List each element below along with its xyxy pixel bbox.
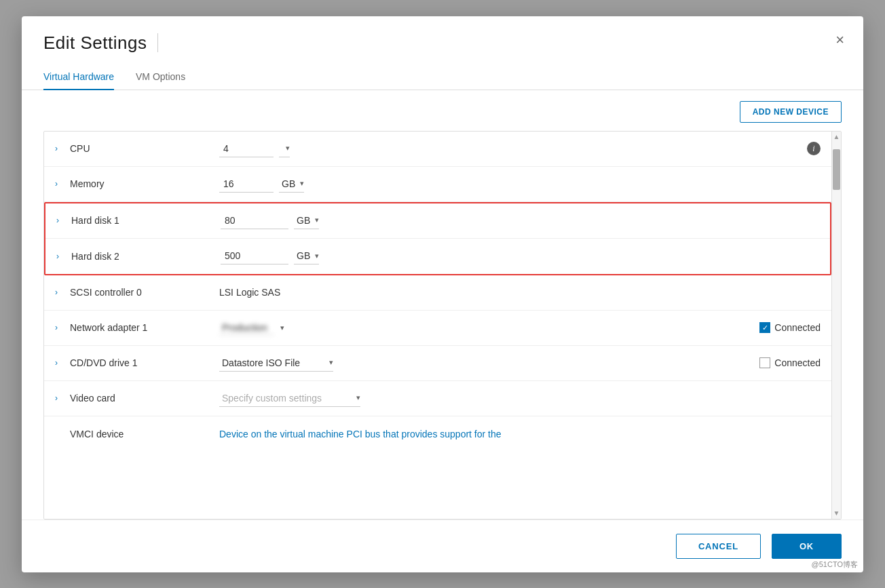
tabs-bar: Virtual Hardware VM Options	[22, 64, 863, 90]
table-row: › Network adapter 1 Production ▾ Connect…	[44, 311, 831, 346]
scsi-expand-icon[interactable]: ›	[55, 288, 63, 297]
chevron-down-icon: ▾	[286, 144, 290, 153]
videocard-select[interactable]: Specify custom settings Default settings	[219, 391, 355, 405]
cpu-label: CPU	[70, 143, 219, 154]
scroll-down-arrow[interactable]: ▼	[832, 508, 841, 519]
vmci-label: VMCI device	[70, 429, 219, 439]
cddvd-value: Datastore ISO File Client Device Host De…	[219, 355, 759, 372]
vmci-description[interactable]: Device on the virtual machine PCI bus th…	[219, 429, 502, 439]
memory-unit-select[interactable]: GB MB	[279, 177, 299, 191]
info-icon[interactable]: i	[807, 142, 821, 155]
add-new-device-button[interactable]: ADD NEW DEVICE	[740, 101, 842, 123]
cddvd-select[interactable]: Datastore ISO File Client Device Host De…	[219, 356, 328, 370]
network-connected-checkbox[interactable]	[759, 322, 770, 333]
videocard-value: Specify custom settings Default settings…	[219, 390, 821, 407]
videocard-select-wrapper: Specify custom settings Default settings…	[219, 390, 360, 407]
dialog-title: Edit Settings	[43, 33, 147, 54]
chevron-down-icon: ▾	[315, 216, 319, 224]
tab-vm-options[interactable]: VM Options	[136, 64, 185, 90]
chevron-down-icon: ▾	[300, 179, 304, 188]
network-expand-icon[interactable]: ›	[55, 323, 63, 332]
hard-disk-1-label: Hard disk 1	[71, 215, 221, 226]
scroll-thumb[interactable]	[833, 149, 840, 190]
scrollbar[interactable]: ▲ ▼	[831, 132, 841, 519]
table-row: › VMCI device Device on the virtual mach…	[44, 416, 831, 452]
scroll-track[interactable]	[832, 142, 841, 508]
hard-disk-1-unit-wrapper: GB TB ▾	[294, 212, 319, 229]
table-row: › Hard disk 2 GB TB ▾	[45, 239, 830, 274]
chevron-down-icon: ▾	[280, 324, 284, 332]
cddvd-connected-checkbox[interactable]	[759, 357, 770, 368]
cddvd-connected-label: Connected	[774, 357, 821, 368]
dialog-header: Edit Settings ×	[22, 16, 863, 54]
network-connected-area: Connected	[759, 322, 821, 333]
memory-expand-icon[interactable]: ›	[55, 179, 63, 189]
ok-button[interactable]: OK	[772, 534, 842, 559]
memory-label: Memory	[70, 178, 219, 189]
chevron-down-icon: ▾	[356, 393, 360, 402]
hard-disk-2-unit-select[interactable]: GB TB	[294, 249, 314, 262]
cancel-button[interactable]: CANCEL	[676, 534, 761, 559]
table-row: › Memory GB MB ▾	[44, 167, 831, 202]
hard-disk-2-value: GB TB ▾	[221, 248, 819, 264]
memory-value: GB MB ▾	[219, 176, 821, 193]
network-connected-label: Connected	[774, 322, 821, 333]
memory-unit-select-wrapper: GB MB ▾	[279, 176, 304, 193]
cddvd-expand-icon[interactable]: ›	[55, 358, 63, 368]
memory-input[interactable]	[219, 176, 274, 193]
vmci-value: Device on the virtual machine PCI bus th…	[219, 429, 821, 439]
content-area: › CPU ▾ i	[43, 131, 842, 520]
hard-disk-1-value: GB TB ▾	[221, 212, 819, 229]
dialog-body: ADD NEW DEVICE › CPU	[22, 90, 863, 520]
cddvd-select-wrapper: Datastore ISO File Client Device Host De…	[219, 355, 333, 372]
chevron-down-icon: ▾	[315, 252, 319, 260]
table-row: › CPU ▾ i	[44, 132, 831, 167]
table-row: › Hard disk 1 GB TB ▾	[45, 203, 830, 239]
network-current-value: Production	[219, 321, 274, 335]
hard-disk-2-expand-icon[interactable]: ›	[56, 252, 64, 261]
chevron-down-icon: ▾	[329, 358, 333, 367]
hard-disk-1-input[interactable]	[221, 212, 288, 229]
red-border-group: › Hard disk 1 GB TB ▾	[44, 202, 831, 275]
cpu-input[interactable]	[219, 140, 274, 157]
cpu-expand-icon[interactable]: ›	[55, 144, 63, 153]
toolbar: ADD NEW DEVICE	[43, 90, 842, 131]
table-row: › Video card Specify custom settings Def…	[44, 381, 831, 416]
hard-disk-1-expand-icon[interactable]: ›	[56, 216, 64, 225]
tab-virtual-hardware[interactable]: Virtual Hardware	[43, 64, 114, 90]
scsi-value: LSI Logic SAS	[219, 287, 821, 298]
hard-disk-1-unit-select[interactable]: GB TB	[294, 214, 314, 227]
watermark: @51CTO博客	[812, 560, 858, 570]
scsi-label: SCSI controller 0	[70, 287, 219, 298]
cpu-unit-select-wrapper: ▾	[279, 140, 290, 157]
scroll-up-arrow[interactable]: ▲	[832, 132, 841, 142]
scsi-static-value: LSI Logic SAS	[219, 287, 280, 298]
hardware-list: › CPU ▾ i	[44, 132, 831, 519]
network-label: Network adapter 1	[70, 322, 219, 333]
hard-disk-2-label: Hard disk 2	[71, 251, 221, 262]
cddvd-connected-area: Connected	[759, 357, 821, 368]
videocard-expand-icon[interactable]: ›	[55, 393, 63, 403]
videocard-label: Video card	[70, 393, 219, 404]
close-button[interactable]: ×	[833, 30, 847, 50]
edit-settings-dialog: Edit Settings × Virtual Hardware VM Opti…	[22, 16, 863, 572]
header-divider	[157, 33, 158, 52]
cddvd-label: CD/DVD drive 1	[70, 357, 219, 368]
cpu-value: ▾	[219, 140, 807, 157]
network-value: Production ▾	[219, 321, 759, 335]
cpu-unit-select[interactable]	[279, 142, 284, 155]
hard-disk-2-input[interactable]	[221, 248, 288, 264]
hard-disk-2-unit-wrapper: GB TB ▾	[294, 248, 319, 264]
dialog-footer: CANCEL OK	[22, 520, 863, 572]
table-row: › SCSI controller 0 LSI Logic SAS	[44, 275, 831, 311]
table-row: › CD/DVD drive 1 Datastore ISO File Clie…	[44, 346, 831, 381]
